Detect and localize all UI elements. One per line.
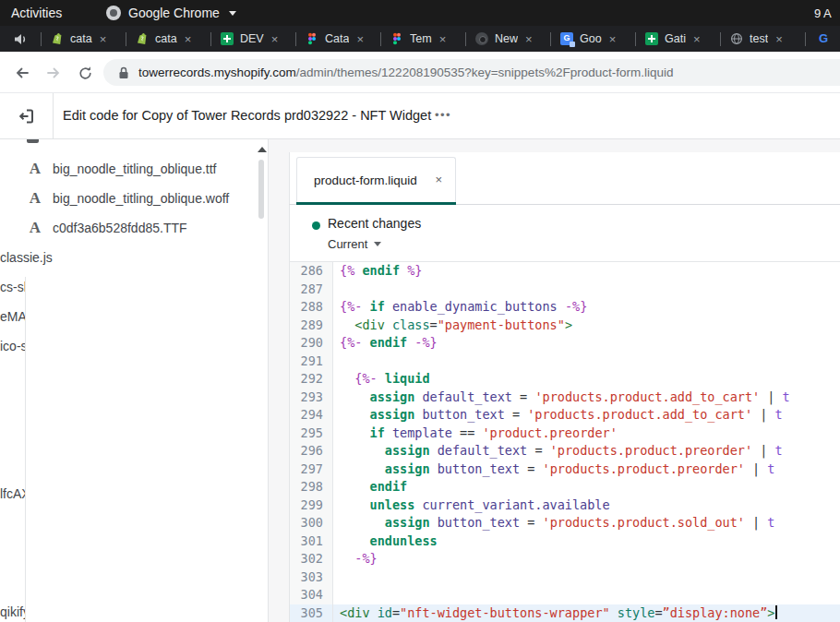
line-number: 289 xyxy=(290,317,333,335)
code-line[interactable]: 299 unless current_variant.available xyxy=(290,496,840,515)
code-line[interactable]: 295 if template == 'product.preorder' xyxy=(290,425,840,443)
code-line-text xyxy=(333,353,840,371)
editor-tab-product-form[interactable]: product-form.liquid × xyxy=(296,157,456,205)
chrome-app-icon xyxy=(106,6,121,20)
scrollbar-thumb[interactable] xyxy=(258,160,264,219)
file-item-c0df3a6b528fdd85.TTF[interactable]: Ac0df3a6b528fdd85.TTF xyxy=(0,213,268,243)
close-tab-icon[interactable]: × xyxy=(271,32,279,46)
code-line[interactable]: 294 assign button_text = 'products.produ… xyxy=(290,406,840,425)
reload-button[interactable] xyxy=(74,62,96,84)
close-tab-icon[interactable]: × xyxy=(356,32,364,46)
page-title: Edit code for Copy of Tower Records prd0… xyxy=(63,108,431,123)
clock-indicator[interactable]: 9 A xyxy=(814,6,832,20)
browser-tab[interactable]: cata× xyxy=(42,32,126,46)
close-tab-icon[interactable]: × xyxy=(609,32,617,46)
code-line[interactable]: 297 assign button_text = 'products.produ… xyxy=(290,461,840,479)
close-tab-icon[interactable]: × xyxy=(693,32,701,46)
code-line[interactable]: 298 endif xyxy=(290,478,840,496)
line-number: 296 xyxy=(290,442,333,461)
code-line-text: {% endif %} xyxy=(333,262,840,281)
tab-title: cata xyxy=(70,32,92,45)
code-line[interactable]: 302 -%} xyxy=(290,550,840,568)
code-line-text: -%} xyxy=(333,550,840,568)
browser-tab[interactable]: Tem× xyxy=(381,32,465,46)
chrome-dark-icon xyxy=(475,32,488,45)
code-line-text: <div id="nft-widget-buttons-wrapper" sty… xyxy=(333,604,840,622)
tab-title: DEV xyxy=(240,32,264,45)
file-item-big_noodle_titling_oblique.ttf[interactable]: Abig_noodle_titling_oblique.ttf xyxy=(0,154,268,184)
lock-icon[interactable] xyxy=(118,66,129,79)
line-number: 295 xyxy=(290,425,333,443)
code-line[interactable]: 286{% endif %} xyxy=(290,262,840,281)
exit-code-editor-button[interactable] xyxy=(15,105,39,127)
file-name: big_noodle_titling_oblique.ttf xyxy=(53,161,216,176)
speaker-icon[interactable] xyxy=(0,33,41,45)
code-line[interactable]: 288{%- if enable_dynamic_buttons -%} xyxy=(290,298,840,317)
code-line-text: if template == 'product.preorder' xyxy=(333,425,840,443)
browser-tab[interactable]: GGoo× xyxy=(551,32,635,46)
code-line-text: unless current_variant.available xyxy=(333,496,840,515)
close-tab-icon[interactable]: × xyxy=(435,173,442,186)
code-line[interactable]: 300 assign button_text = 'products.produ… xyxy=(290,514,840,532)
scroll-up-arrow[interactable] xyxy=(258,147,267,152)
sheets-icon xyxy=(645,32,658,45)
browser-tab-strip: cata×cata×DEV×Cata×Tem×New×GGoo×Gati×tes… xyxy=(0,26,840,52)
browser-tab[interactable]: Cata× xyxy=(296,32,380,46)
close-tab-icon[interactable]: × xyxy=(100,32,107,46)
address-bar[interactable]: towerrecords.myshopify.com/admin/themes/… xyxy=(103,59,840,86)
app-menu-button[interactable]: Google Chrome xyxy=(106,6,236,20)
version-dropdown[interactable]: Current xyxy=(328,237,381,251)
code-line[interactable]: 289 <div class="payment-buttons"> xyxy=(290,317,840,335)
font-file-icon: A xyxy=(25,160,45,178)
google-icon: G xyxy=(817,32,830,45)
line-number: 299 xyxy=(290,496,333,515)
url-path: /admin/themes/122208190535?key=snippets%… xyxy=(296,66,674,79)
code-line[interactable]: 292 {%- liquid xyxy=(290,370,840,389)
code-area[interactable]: 286{% endif %}287288{%- if enable_dynami… xyxy=(289,262,840,622)
code-line[interactable]: 290{%- endif -%} xyxy=(290,334,840,353)
code-line[interactable]: 304 xyxy=(290,586,840,604)
file-item-classie.js[interactable]: {/}classie.js xyxy=(0,243,268,272)
line-number: 294 xyxy=(290,406,333,425)
tab-title: Gati xyxy=(665,32,686,45)
recent-changes-bar: Recent changes Current xyxy=(289,205,840,262)
browser-tab[interactable]: New× xyxy=(466,32,550,46)
code-line-text: endif xyxy=(333,478,840,496)
code-line[interactable]: 305<div id="nft-widget-buttons-wrapper" … xyxy=(290,604,840,622)
browser-tab[interactable]: test× xyxy=(721,32,805,46)
tab-title: Goo xyxy=(580,32,602,45)
close-tab-icon[interactable]: × xyxy=(775,32,783,46)
code-line[interactable]: 293 assign default_text = 'products.prod… xyxy=(290,389,840,407)
shopify-icon xyxy=(51,32,64,45)
close-tab-icon[interactable]: × xyxy=(525,32,533,46)
font-file-icon: A xyxy=(25,219,45,237)
code-line[interactable]: 303 xyxy=(290,568,840,587)
browser-tab[interactable]: DEV× xyxy=(211,32,295,46)
globe-icon xyxy=(730,32,743,45)
close-tab-icon[interactable]: × xyxy=(185,32,192,46)
line-number: 287 xyxy=(290,281,333,299)
browser-tab-partial[interactable]: G xyxy=(806,32,840,45)
text-cursor xyxy=(775,605,777,619)
file-item-big_noodle_titling_oblique.woff[interactable]: Abig_noodle_titling_oblique.woff xyxy=(0,184,268,213)
figma-icon xyxy=(390,32,403,45)
back-button[interactable] xyxy=(11,62,33,84)
close-tab-icon[interactable]: × xyxy=(439,32,447,46)
line-number: 290 xyxy=(290,334,333,353)
code-line[interactable]: 291 xyxy=(290,353,840,371)
forward-button[interactable] xyxy=(42,62,65,84)
file-item-qikify-tmenu-data.js[interactable]: {/}qikify-tmenu-data.js xyxy=(0,597,268,622)
tab-title: test xyxy=(750,32,768,45)
code-line[interactable]: 301 endunless xyxy=(290,532,840,551)
line-number: 292 xyxy=(290,370,333,389)
code-line[interactable]: 296 assign default_text = 'products.prod… xyxy=(290,442,840,461)
more-actions-button[interactable]: ••• xyxy=(431,104,455,126)
browser-tab[interactable]: Gati× xyxy=(636,32,720,46)
code-line[interactable]: 287 xyxy=(290,281,840,299)
code-file-icon: {/} xyxy=(25,277,269,622)
line-number: 300 xyxy=(290,514,333,532)
browser-tab[interactable]: cata× xyxy=(126,32,210,46)
activities-button[interactable]: Activities xyxy=(11,6,62,20)
code-line-text: endunless xyxy=(333,532,840,551)
status-dot xyxy=(312,221,320,230)
